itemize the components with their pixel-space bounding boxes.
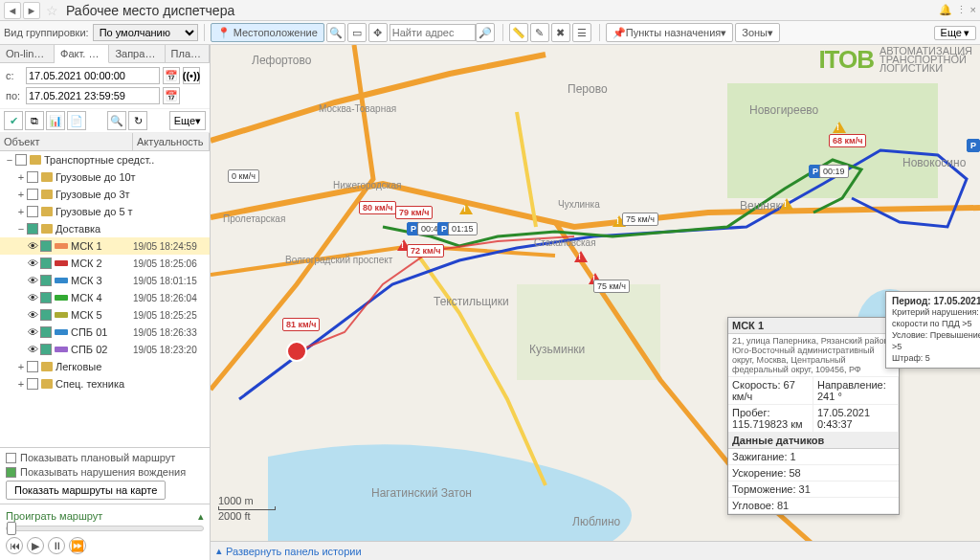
tab-fact[interactable]: Факт. маршр... bbox=[55, 45, 109, 63]
tab-online[interactable]: On-line слеж... bbox=[0, 45, 55, 62]
map[interactable]: Лефортово Перово Новогиреево Новокосино … bbox=[211, 45, 980, 560]
page-title: Рабочее место диспетчера bbox=[66, 3, 234, 18]
label-perovo: Перово bbox=[565, 81, 611, 97]
warn-icon bbox=[780, 198, 793, 210]
select-rect-icon[interactable]: ▭ bbox=[347, 23, 367, 42]
scale: 1000 m2000 ft bbox=[218, 495, 276, 522]
close-icon[interactable]: × bbox=[970, 4, 976, 16]
label-tekstil: Текстильщики bbox=[431, 294, 512, 309]
measure-icon[interactable]: 📏 bbox=[509, 23, 528, 42]
zoom-in-icon[interactable]: 🔍 bbox=[326, 23, 345, 42]
label-nizhe: Нижегородская bbox=[330, 179, 404, 191]
speed-badge: 0 км/ч bbox=[228, 169, 259, 183]
vehicle-tree: −Транспортные средст..+Грузовые до 10т+Г… bbox=[0, 151, 210, 447]
layers-icon[interactable]: ☰ bbox=[572, 23, 591, 42]
tree-row[interactable]: +Спец. техника bbox=[0, 375, 210, 392]
warn-icon bbox=[459, 203, 473, 214]
label-lyublino: Люблино bbox=[569, 514, 623, 529]
label-mtov: Москва-Товарная bbox=[316, 102, 399, 115]
tb-check-icon[interactable]: ✔ bbox=[4, 111, 23, 130]
label-chuhlinka: Чухлинка bbox=[555, 198, 603, 211]
svg-rect-2 bbox=[517, 284, 660, 380]
opt-plan[interactable]: Показывать плановый маршрут bbox=[6, 452, 204, 463]
show-routes-button[interactable]: Показать маршруты на карте bbox=[6, 481, 166, 500]
tb-chart-icon[interactable]: 📊 bbox=[46, 111, 65, 130]
logo: ITOB АВТОМАТИЗАЦИЯТРАНСПОРТНОЙЛОГИСТИКИ bbox=[818, 45, 972, 75]
more-button[interactable]: Еще ▾ bbox=[934, 26, 976, 40]
draw-icon[interactable]: ✎ bbox=[530, 23, 549, 42]
back-button[interactable]: ◄ bbox=[4, 2, 21, 19]
from-label: с: bbox=[6, 70, 23, 81]
tb-refresh-icon[interactable]: ↻ bbox=[128, 111, 147, 130]
antenna-icon[interactable]: ((•)) bbox=[183, 67, 200, 84]
play-play-icon[interactable]: ▶ bbox=[27, 537, 44, 554]
tb-report-icon[interactable]: 📄 bbox=[67, 111, 86, 130]
label-proletar: Пролетарская bbox=[220, 213, 288, 225]
popup-address: 21, улица Паперника, Рязанский район, Юг… bbox=[728, 334, 899, 377]
menu-icon[interactable]: ⋮ bbox=[956, 4, 967, 16]
destinations-button[interactable]: 📌 Пункты назначения ▾ bbox=[606, 23, 734, 42]
svg-point-4 bbox=[287, 342, 306, 361]
opt-viol[interactable]: Показывать нарушения вождения bbox=[6, 466, 204, 478]
from-input[interactable] bbox=[26, 67, 160, 84]
play-start-icon[interactable]: ⏮ bbox=[6, 537, 23, 554]
bell-icon[interactable]: 🔔 bbox=[939, 4, 952, 16]
zones-button[interactable]: Зоны ▾ bbox=[735, 23, 780, 42]
tree-row[interactable]: 👁МСК 219/05 18:25:06 bbox=[0, 255, 210, 272]
col-date: Актуальность bbox=[133, 133, 210, 150]
tree-row[interactable]: +Грузовые до 10т bbox=[0, 168, 210, 186]
tree-row[interactable]: 👁МСК 519/05 18:25:25 bbox=[0, 306, 210, 324]
tree-row[interactable]: −Доставка bbox=[0, 220, 210, 237]
tree-row[interactable]: 👁СПБ 0219/05 18:23:20 bbox=[0, 341, 210, 358]
tb-search-icon[interactable]: 🔍 bbox=[107, 111, 126, 130]
tree-row[interactable]: +Грузовые до 3т bbox=[0, 186, 210, 203]
tree-row[interactable]: 👁МСК 119/05 18:24:59 bbox=[0, 237, 210, 255]
tb-copy-icon[interactable]: ⧉ bbox=[25, 111, 44, 130]
to-input[interactable] bbox=[26, 87, 160, 104]
to-label: по: bbox=[6, 90, 23, 101]
speed-badge: 72 км/ч bbox=[407, 244, 444, 258]
tree-row[interactable]: 👁МСК 419/05 18:26:04 bbox=[0, 289, 210, 306]
star-icon[interactable]: ☆ bbox=[46, 3, 58, 18]
tab-planfact[interactable]: План-факт bbox=[166, 45, 210, 62]
popup-title: МСК 1 bbox=[728, 318, 899, 334]
violation-popup: × Период: 17.05.2021 00:43:37 Критерий н… bbox=[885, 291, 980, 369]
pan-icon[interactable]: ✥ bbox=[368, 23, 388, 42]
tb-more-button[interactable]: Еще ▾ bbox=[169, 111, 206, 130]
search-icon[interactable]: 🔎 bbox=[476, 23, 495, 42]
play-pause-icon[interactable]: ⏸ bbox=[48, 537, 65, 554]
tab-fuel[interactable]: Заправки и с... bbox=[109, 45, 165, 62]
tree-row[interactable]: −Транспортные средст.. bbox=[0, 151, 210, 168]
grouping-label: Вид группировки: bbox=[4, 27, 89, 38]
clear-icon[interactable]: ✖ bbox=[551, 23, 570, 42]
address-search[interactable] bbox=[390, 24, 476, 41]
time-badge: 01:15 bbox=[448, 222, 478, 235]
time-badge: 00:19 bbox=[819, 165, 849, 178]
speed-badge: 68 км/ч bbox=[829, 134, 866, 147]
label-volgograd: Волгоградский проспект bbox=[282, 254, 395, 266]
sidebar-tabs: On-line слеж... Факт. маршр... Заправки … bbox=[0, 45, 210, 63]
tree-row[interactable]: 👁СПБ 0119/05 18:26:33 bbox=[0, 324, 210, 341]
play-collapse-icon[interactable]: ▴ bbox=[198, 510, 204, 523]
expand-history-button[interactable]: ▴Развернуть панель истории bbox=[211, 541, 980, 560]
warn-icon bbox=[833, 122, 846, 133]
play-slider[interactable] bbox=[6, 526, 204, 531]
speed-badge: 79 км/ч bbox=[395, 206, 433, 219]
location-toggle[interactable]: 📍Местоположение bbox=[211, 23, 324, 42]
tree-row[interactable]: 👁МСК 319/05 18:01:15 bbox=[0, 272, 210, 289]
slider-handle[interactable] bbox=[7, 522, 16, 535]
tree-row[interactable]: +Грузовые до 5 т bbox=[0, 203, 210, 220]
to-cal-icon[interactable]: 📅 bbox=[163, 87, 180, 104]
grouping-select[interactable]: По умолчанию bbox=[93, 24, 198, 41]
vehicle-info-popup: МСК 1 21, улица Паперника, Рязанский рай… bbox=[727, 317, 900, 515]
fwd-button[interactable]: ► bbox=[23, 2, 40, 19]
speed-badge: 75 км/ч bbox=[593, 280, 630, 293]
label-novogireevo: Новогиреево bbox=[746, 102, 821, 118]
play-ff-icon[interactable]: ⏩ bbox=[69, 537, 86, 554]
from-cal-icon[interactable]: 📅 bbox=[163, 67, 180, 84]
tree-row[interactable]: +Легковые bbox=[0, 358, 210, 375]
label-nbaton: Нагатинский Затон bbox=[368, 485, 475, 501]
label-lefortovo: Лефортово bbox=[249, 53, 314, 68]
col-object: Объект bbox=[0, 133, 133, 150]
warn-icon bbox=[574, 251, 588, 262]
